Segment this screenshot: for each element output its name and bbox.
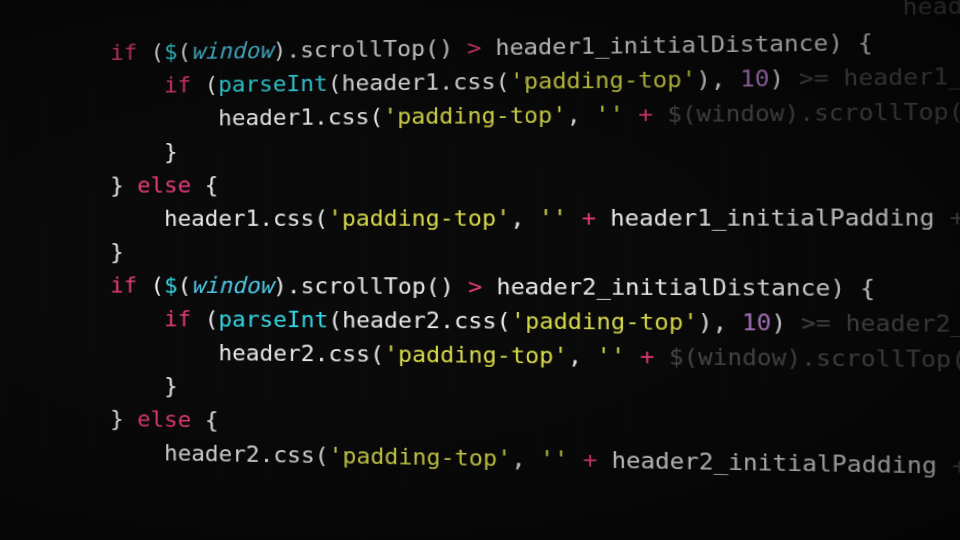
token-pl: header1.css( [218, 104, 383, 131]
token-num: 10 [740, 65, 770, 92]
token-pl: } [164, 139, 178, 164]
token-pl: } [110, 239, 123, 264]
token-pl: , [511, 445, 540, 472]
token-pl: ( [178, 273, 192, 298]
token-pl [654, 343, 669, 369]
token-str: 'padding-top' [383, 102, 567, 129]
token-fn: $ [164, 272, 178, 297]
token-pl: header2.css( [218, 340, 384, 367]
token-op: + [638, 101, 653, 127]
token-pl: (header1.css( [328, 68, 510, 96]
token-str: 'padding-top' [329, 443, 512, 472]
token-pl: ( [137, 272, 164, 297]
token-kw: if [164, 72, 191, 98]
token-var: window [191, 273, 273, 299]
token-var: window [191, 38, 273, 64]
token-pl: ( [137, 39, 164, 65]
token-pl [625, 343, 640, 369]
token-num: 10 [742, 309, 772, 336]
token-op: + [581, 205, 596, 231]
token-str: 'padding-top' [384, 341, 568, 369]
token-pl [624, 101, 639, 127]
token-pl: header1_initialDistance) { [481, 29, 873, 60]
token-op: + [640, 343, 655, 369]
token-dim: ( [682, 101, 697, 127]
token-pl: ), [696, 66, 740, 93]
token-kw: else [137, 172, 191, 197]
token-dim: ).scrollTop() [784, 98, 960, 126]
token-fn: parseInt [218, 70, 328, 97]
token-dim: ).scrollTop() [786, 344, 960, 373]
token-kw: if [110, 272, 137, 297]
token-dim: $ [667, 101, 682, 127]
token-pl: } [164, 373, 178, 399]
code-line[interactable]: header1.css('padding-top', '' + header1_… [110, 200, 960, 236]
token-op: > [467, 35, 481, 61]
token-dim: window [697, 100, 785, 127]
token-pl [653, 101, 668, 127]
token-str: 'padding-top' [328, 205, 510, 231]
token-fn: parseInt [218, 306, 328, 332]
token-pl: header2_initialDistance) { [482, 273, 875, 301]
token-dim: ( [684, 344, 699, 371]
token-kw: if [110, 40, 137, 65]
code-line[interactable]: } else { [110, 164, 960, 202]
token-pl: } [110, 172, 137, 197]
token-pl: , [567, 102, 596, 128]
code-editor[interactable]: header0_initialPadding + 'px');if ($(win… [0, 0, 960, 485]
token-pl: ).scrollTop() [273, 35, 467, 63]
token-kw: else [137, 406, 191, 432]
token-pl: } [110, 406, 137, 432]
token-pl: , [510, 205, 539, 231]
token-pl: ( [191, 72, 218, 98]
token-pl: header1.css( [164, 205, 328, 231]
token-pl: ).scrollTop() [273, 273, 468, 299]
token-pl [568, 446, 583, 472]
token-pl: ( [191, 306, 218, 332]
token-kw: if [164, 306, 191, 332]
token-pl: (header2.css( [328, 307, 510, 334]
code-line[interactable]: } [110, 235, 960, 271]
token-pl: header2_initialPadding [597, 447, 952, 479]
token-dim: $ [669, 343, 684, 369]
token-str: '' [539, 205, 568, 231]
token-str: '' [597, 343, 626, 369]
token-pl: ), [698, 309, 742, 336]
token-pl: , [568, 343, 597, 369]
token-pl: header1_initialPadding [596, 204, 950, 231]
token-dim: >= header1_initialPadding) { [799, 60, 960, 91]
token-dim: window [698, 344, 786, 371]
token-dim: + 'px'); [952, 452, 960, 481]
code-line[interactable]: } [110, 129, 960, 169]
token-pl: { [191, 172, 218, 197]
token-dim: + 'px'); [950, 204, 960, 231]
token-pl: ) [771, 309, 801, 336]
token-pl: ( [178, 39, 192, 64]
token-str: '' [540, 446, 569, 473]
token-dim: >= header2_initialPadding) { [801, 309, 960, 339]
token-pl [567, 205, 581, 231]
token-pl: header2.css( [164, 440, 328, 468]
token-op: > [468, 273, 482, 299]
token-pl: ) [769, 65, 799, 92]
token-fn: $ [164, 39, 177, 64]
code-line[interactable]: if ($(window).scrollTop() > header2_init… [110, 268, 960, 306]
token-op: + [583, 446, 598, 472]
token-str: 'padding-top' [511, 308, 698, 335]
token-str: 'padding-top' [510, 66, 697, 94]
token-pl: { [191, 407, 218, 433]
token-str: '' [595, 101, 624, 127]
